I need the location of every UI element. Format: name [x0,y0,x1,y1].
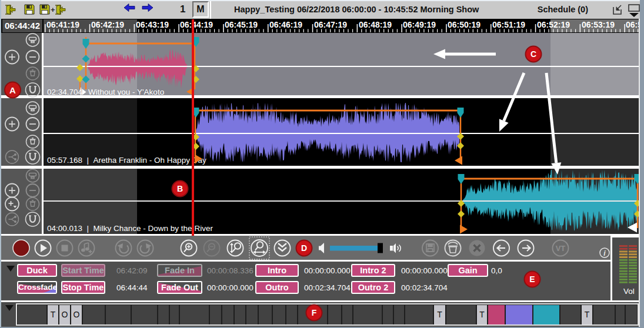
svg-text:C: C [530,49,536,59]
svg-text:B: B [177,184,183,193]
svg-text:+: + [51,5,55,14]
svg-text:E: E [529,275,535,284]
svg-text:D: D [301,243,307,253]
svg-text:VT: VT [556,244,566,253]
svg-text:i: i [603,249,606,257]
svg-text:F: F [312,308,317,317]
svg-text:A: A [9,85,16,95]
